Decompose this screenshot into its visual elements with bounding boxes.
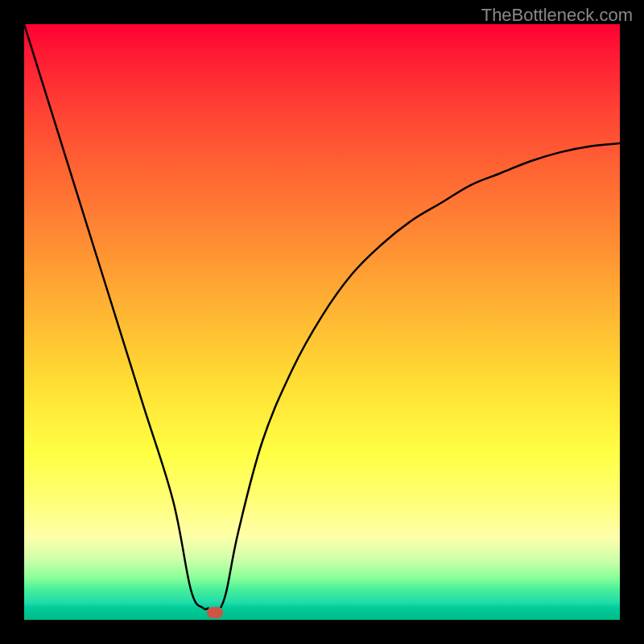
curve-left-branch <box>24 24 208 609</box>
chart-curve <box>24 24 620 620</box>
minimum-marker <box>207 607 223 618</box>
watermark-text: TheBottleneck.com <box>481 5 633 26</box>
curve-right-branch <box>221 143 620 608</box>
